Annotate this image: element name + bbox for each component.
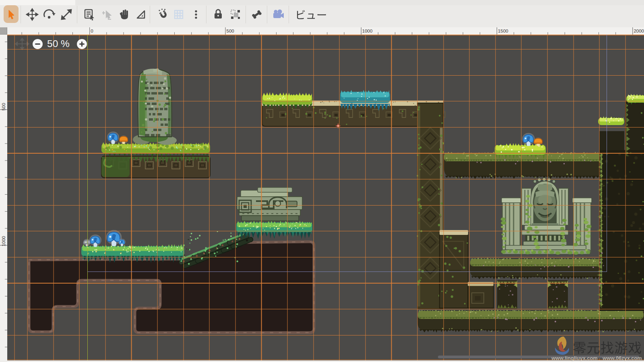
svg-text:500: 500 [227, 29, 234, 33]
svg-text:www.lingliuyx.com: www.lingliuyx.com [551, 355, 598, 361]
svg-text:0: 0 [91, 29, 93, 33]
svg-text:1000: 1000 [1, 236, 6, 247]
svg-text:2000: 2000 [634, 29, 644, 33]
svg-text:1500: 1500 [498, 29, 508, 33]
svg-text:www.06zyx.com: www.06zyx.com [602, 355, 642, 361]
svg-text:1000: 1000 [362, 29, 373, 33]
svg-text:500: 500 [1, 103, 6, 111]
